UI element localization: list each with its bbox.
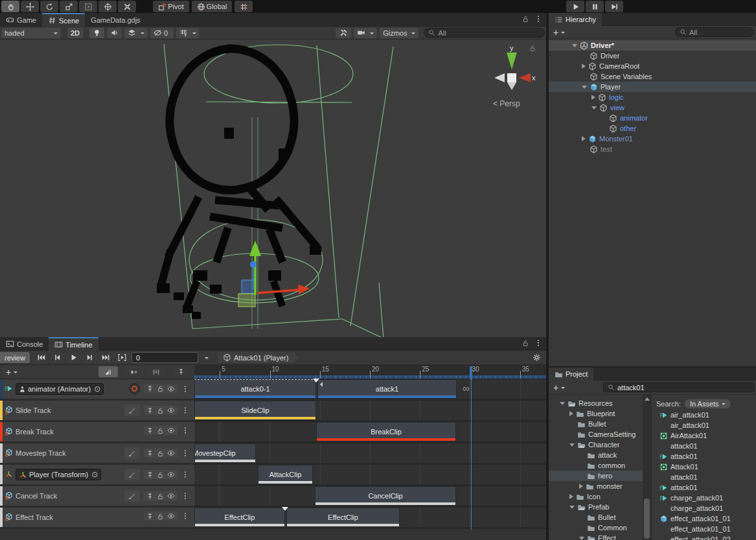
- transform-tool[interactable]: [98, 1, 117, 12]
- project-folder-hero[interactable]: hero: [549, 471, 651, 481]
- timeline-settings-gear[interactable]: [529, 352, 544, 363]
- curves-toggle-button[interactable]: [124, 447, 140, 459]
- toggle-2d-button[interactable]: 2D: [67, 28, 83, 38]
- pin-icon[interactable]: [146, 427, 154, 434]
- project-search-input[interactable]: [617, 384, 750, 392]
- scene-fx-dropdown[interactable]: [124, 28, 148, 38]
- result-item-air_attack01[interactable]: air_attack01: [652, 420, 756, 430]
- track-binding-field[interactable]: animator (Animator)⊙: [16, 383, 104, 395]
- hidden-objects-toggle[interactable]: 0: [150, 28, 174, 38]
- track-menu-icon[interactable]: [181, 512, 189, 520]
- track-header-slide-track[interactable]: {}Slide Track: [0, 401, 194, 420]
- track-header-animator-animator-[interactable]: animator (Animator)⊙: [0, 379, 194, 399]
- hierarchy-item-cameraroot[interactable]: CameraRoot: [549, 61, 756, 71]
- pin-icon[interactable]: [146, 513, 154, 520]
- project-folder-common[interactable]: common: [549, 460, 651, 471]
- project-tree-scrollbar[interactable]: [643, 395, 651, 540]
- mute-eye-icon[interactable]: [167, 406, 175, 414]
- clip-cancelclip[interactable]: CancelClip: [315, 486, 456, 506]
- timeline-ruler[interactable]: 5101520253035: [194, 365, 546, 379]
- clip-slideclip[interactable]: SlideClip: [194, 401, 316, 420]
- clip-attack0-1[interactable]: attack0-1: [194, 379, 316, 399]
- clip-lane-6[interactable]: EffectClipEffectClip: [194, 508, 546, 527]
- ripple-mode-button[interactable]: [124, 366, 144, 377]
- timeline-breadcrumb[interactable]: Attack01 (Player): [218, 352, 299, 363]
- track-header-effect-track[interactable]: {}Effect Track: [0, 508, 194, 527]
- project-folder-bullet[interactable]: Bullet: [549, 419, 651, 429]
- track-menu-icon[interactable]: [181, 406, 189, 414]
- clip-attackclip[interactable]: AttackClip: [258, 465, 313, 484]
- project-create-button[interactable]: +: [551, 382, 567, 393]
- pause-button[interactable]: [586, 1, 604, 12]
- clip-lane-1[interactable]: SlideClip: [194, 401, 546, 420]
- clip-effectclip[interactable]: EffectClip: [286, 508, 400, 527]
- clip-lane-2[interactable]: BreakClip: [194, 422, 546, 441]
- rect-tool[interactable]: [79, 1, 97, 12]
- move-tool[interactable]: [21, 1, 39, 12]
- foldout-arrow[interactable]: [569, 506, 575, 509]
- lock-icon[interactable]: [157, 450, 164, 457]
- project-folder-icon[interactable]: Icon: [549, 491, 651, 502]
- track-menu-icon[interactable]: [181, 427, 189, 434]
- scene-viewport[interactable]: y x < Persp: [0, 40, 546, 337]
- current-frame-field[interactable]: [132, 352, 198, 363]
- clip-lane-3[interactable]: MovestepClip: [194, 443, 546, 463]
- mix-mode-button[interactable]: [98, 366, 118, 377]
- transport-skip-end-button[interactable]: [98, 352, 113, 363]
- pin-icon[interactable]: [146, 493, 154, 500]
- lock-icon[interactable]: [157, 407, 164, 414]
- transport-next-frame-button[interactable]: [82, 352, 97, 363]
- mute-eye-icon[interactable]: [167, 512, 175, 520]
- panel-lock-icon[interactable]: [521, 339, 529, 347]
- track-header-player-transform-[interactable]: Player (Transform)⊙: [0, 465, 194, 484]
- hierarchy-item-scene-variables[interactable]: Scene Variables: [549, 71, 756, 82]
- lock-icon[interactable]: [157, 427, 164, 434]
- foldout-arrow[interactable]: [582, 136, 586, 141]
- foldout-arrow[interactable]: [591, 95, 595, 100]
- foldout-arrow[interactable]: [569, 443, 575, 447]
- pin-icon[interactable]: [146, 385, 154, 392]
- foldout-arrow[interactable]: [572, 44, 577, 47]
- track-menu-icon[interactable]: [181, 471, 189, 478]
- result-item-charge_attack01[interactable]: charge_attack01: [652, 503, 756, 513]
- snap-settings-button[interactable]: [235, 1, 253, 12]
- preview-toggle-button[interactable]: review: [0, 352, 30, 363]
- result-item-airattack01[interactable]: AirAttack01: [652, 430, 756, 441]
- track-menu-icon[interactable]: [181, 385, 189, 393]
- scale-tool[interactable]: [60, 1, 78, 12]
- replace-mode-button[interactable]: [146, 366, 166, 377]
- project-folder-effect[interactable]: Effect: [549, 533, 651, 540]
- foldout-arrow[interactable]: [569, 494, 573, 499]
- project-folder-camerasetting[interactable]: CameraSetting: [549, 429, 651, 440]
- project-folder-bullet[interactable]: Bullet: [549, 512, 651, 522]
- project-folder-monster[interactable]: monster: [549, 481, 651, 491]
- panel-menu-icon[interactable]: [534, 15, 542, 23]
- project-folder-prefab[interactable]: Prefab: [549, 502, 651, 512]
- track-header-cancel-track[interactable]: {}Cancel Track: [0, 486, 194, 506]
- gizmo-lock-icon[interactable]: [529, 44, 536, 52]
- scene-audio-toggle[interactable]: [107, 28, 122, 38]
- result-item-air_attack01[interactable]: air_attack01: [652, 410, 756, 420]
- scene-search-input[interactable]: [438, 29, 540, 37]
- lock-icon[interactable]: [157, 493, 164, 500]
- scene-tools-button[interactable]: [336, 28, 351, 38]
- rotate-tool[interactable]: [40, 1, 58, 12]
- hierarchy-search[interactable]: [675, 27, 754, 37]
- pin-icon[interactable]: [146, 471, 154, 478]
- grid-visibility-dropdown[interactable]: [176, 28, 200, 38]
- timeline-end-marker[interactable]: [470, 366, 472, 379]
- hand-tool[interactable]: [1, 1, 19, 12]
- project-folder-character[interactable]: Character: [549, 440, 651, 450]
- foldout-arrow[interactable]: [591, 106, 597, 110]
- pin-icon[interactable]: [146, 450, 154, 457]
- result-item-attack01[interactable]: attack01: [652, 441, 756, 451]
- project-folder-attack[interactable]: attack: [549, 450, 651, 460]
- result-item-attack01[interactable]: Attack01: [652, 462, 756, 472]
- track-header-break-track[interactable]: {}Break Track: [0, 422, 194, 441]
- project-folder-resources[interactable]: Resources: [549, 398, 651, 408]
- hierarchy-item-view[interactable]: view: [549, 102, 756, 113]
- result-item-effect_attack01_01[interactable]: effect_attack01_01: [652, 513, 756, 524]
- mute-eye-icon[interactable]: [167, 427, 175, 434]
- foldout-arrow[interactable]: [569, 411, 573, 416]
- clip-effectclip[interactable]: EffectClip: [194, 508, 285, 527]
